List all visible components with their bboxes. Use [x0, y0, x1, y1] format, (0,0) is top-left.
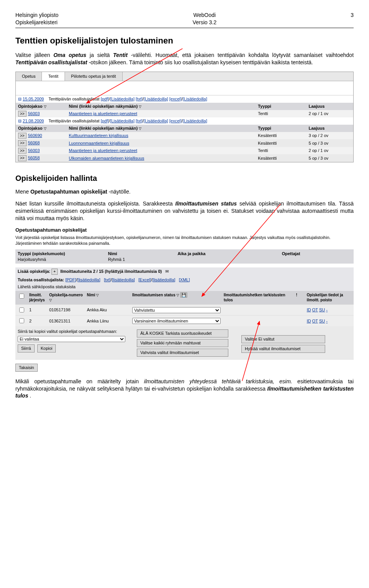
btn-vahvista[interactable]: Vahvista valitut ilmoittautumiset	[137, 349, 228, 357]
student-row-2: 2 013621311 Ankka Liinu Varsinainen ilmo…	[15, 315, 354, 326]
screenshot-opiskelijat: Opetustapahtuman opiskelijat Voit järjes…	[15, 227, 354, 373]
btn-valitse-ei[interactable]: Valitse Ei valitut	[241, 335, 325, 343]
btn-hylkaa[interactable]: Hylkää valitut ilmoittautumiset	[241, 345, 325, 353]
header-left-2: Opiskelijarekisteri	[15, 19, 58, 26]
header-left-1: Helsingin yliopisto	[15, 12, 58, 19]
status-select-1[interactable]: Vahvistettu	[132, 307, 221, 313]
tab-bar: Opetus Tentit Piilotettu opetus ja tenti…	[16, 72, 353, 81]
tool-row-2: Tulosta osallistujalista: [PDF]/[lisätie…	[15, 276, 354, 284]
status-select-2[interactable]: Varsinainen ilmoittautuminen	[132, 318, 221, 324]
paragraph-1: Valitse jälleen Oma opetus ja sieltä Ten…	[15, 52, 354, 66]
emph-tentit: Tentit	[113, 52, 128, 58]
page-number: 3	[351, 12, 354, 26]
header-divider	[15, 28, 354, 28]
section-title-2: Opiskelijoiden hallinta	[15, 173, 354, 184]
tab-piilotettu[interactable]: Piilotettu opetus ja tentit	[65, 72, 123, 81]
paragraph-3: Näet listan kurssille ilmoittautuneista …	[15, 200, 354, 222]
select-all-checkbox[interactable]	[19, 294, 24, 299]
student-row-1: 1 010517198 Ankka Aku Vahvistettu ID OT …	[15, 304, 354, 316]
emph-tenttipaivan: Tenttipäivän osallistujalistat	[15, 59, 87, 65]
move-select[interactable]: Ei valintaa	[18, 336, 125, 342]
takaisin-button[interactable]: Takaisin	[15, 364, 38, 372]
add-student-icon[interactable]: +	[52, 269, 58, 275]
header-center-1: WebOodi	[193, 12, 216, 19]
header-center-2: Versio 3.2	[193, 19, 216, 26]
tool-row-3: Lähetä sähköpostia statuksista	[15, 284, 354, 291]
tab-opetus[interactable]: Opetus	[16, 72, 42, 81]
btn-valitse-kaikki[interactable]: Valitse kaikki ryhmään mahtuvat	[137, 339, 228, 347]
paragraph-4: Mikäli opetustapahtumalle on määritelty …	[15, 378, 354, 400]
tool-row-1: Lisää opiskelija: + Ilmoittautuneita 2 /…	[15, 267, 354, 276]
row-checkbox[interactable]	[19, 307, 24, 312]
student-header: Ilmoitt. järjestys Opiskelija-numero ▽ N…	[15, 291, 354, 304]
save-icon[interactable]: 💾	[180, 292, 187, 297]
shot2-intro: Voit järjestää opiskelijat listassa ilmo…	[15, 235, 354, 246]
screenshot-tabs-table: Opetus Tentit Piilotettu opetus ja tenti…	[15, 72, 354, 162]
tab-tentit[interactable]: Tentit	[42, 72, 65, 81]
info-bar: Tyyppi (opiskelumuoto) Harjoitusryhmä Ni…	[15, 249, 354, 264]
date-2[interactable]: 21.08.2009	[23, 119, 44, 123]
row-checkbox[interactable]	[19, 318, 24, 323]
footer-controls: Siirrä tai kopioi valitut opiskelijat op…	[15, 326, 354, 360]
section-title-1: Tenttien opiskelijalistojen tulostaminen	[15, 35, 354, 47]
date-1[interactable]: 15.05.2009	[23, 97, 44, 101]
page-header: Helsingin yliopisto Opiskelijarekisteri …	[15, 12, 354, 26]
shot2-title: Opetustapahtuman opiskelijat	[15, 227, 354, 234]
link-pdf-1[interactable]: [pdf]	[101, 97, 109, 101]
kopioi-button[interactable]: Kopioi	[37, 344, 56, 352]
emph-oma-opetus: Oma opetus	[53, 52, 86, 58]
go-button[interactable]: >>	[18, 111, 27, 117]
paragraph-2: Mene Opetustapahtuman opiskelijat -näytö…	[15, 188, 354, 195]
btn-tarkista[interactable]: ÄLÄ KOSKE Tarkista suoritusoikeudet	[137, 329, 228, 337]
siirra-button[interactable]: Siirrä	[18, 344, 35, 352]
mail-icon[interactable]: ✉	[165, 269, 169, 274]
code-link[interactable]: 56003	[28, 111, 40, 116]
